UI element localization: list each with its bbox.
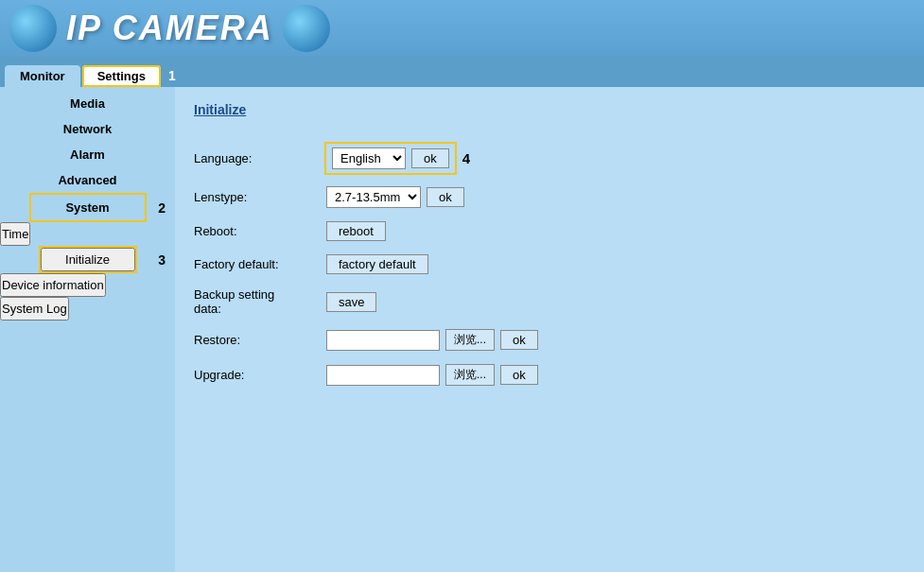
upgrade-ok-button[interactable]: ok — [500, 365, 538, 385]
sidebar-item-media[interactable]: Media — [0, 91, 175, 116]
factory-default-label: Factory default: — [194, 257, 326, 271]
sidebar-item-alarm[interactable]: Alarm — [0, 142, 175, 167]
restore-file-input[interactable] — [326, 330, 440, 351]
main-layout: Media Network Alarm Advanced System 2 Ti… — [0, 87, 924, 572]
nav-number-1: 1 — [163, 68, 182, 87]
sidebar-sub-initialize[interactable]: Initialize — [41, 248, 135, 271]
sidebar-item-system[interactable]: System — [31, 195, 145, 220]
sidebar-number-3: 3 — [158, 252, 166, 268]
upgrade-row: Upgrade: 浏览... ok — [194, 364, 905, 386]
backup-setting-row: Backup setting data: save — [194, 287, 905, 316]
restore-browse-button[interactable]: 浏览... — [445, 329, 495, 351]
annotation-4: 4 — [462, 150, 470, 166]
lenstype-label: Lenstype: — [194, 190, 326, 204]
sidebar-item-advanced[interactable]: Advanced — [0, 167, 175, 193]
upgrade-browse-button[interactable]: 浏览... — [445, 364, 495, 386]
language-box: English Chinese ok — [326, 144, 455, 173]
language-ok-button[interactable]: ok — [411, 148, 449, 168]
globe-right-icon — [283, 5, 330, 52]
reboot-button[interactable]: reboot — [326, 221, 386, 241]
sidebar-system-group: System 2 — [0, 193, 175, 222]
sidebar-initialize-group: Initialize 3 — [0, 246, 175, 273]
sidebar-sub-device-information[interactable]: Device information — [0, 273, 106, 297]
tab-settings[interactable]: Settings — [82, 65, 161, 87]
sidebar-number-2: 2 — [158, 200, 166, 216]
restore-ok-button[interactable]: ok — [500, 330, 538, 350]
sidebar-sub-system-log[interactable]: System Log — [0, 297, 69, 321]
section-title: Initialize — [194, 102, 246, 117]
lenstype-row: Lenstype: 2.7-13.5mm 3.5-8mm 4mm ok — [194, 186, 905, 208]
language-label: Language: — [194, 151, 326, 165]
lenstype-select[interactable]: 2.7-13.5mm 3.5-8mm 4mm — [326, 186, 421, 208]
restore-label: Restore: — [194, 333, 326, 347]
tab-monitor[interactable]: Monitor — [5, 65, 80, 87]
reboot-row: Reboot: reboot — [194, 221, 905, 241]
factory-default-button[interactable]: factory default — [326, 254, 428, 274]
restore-controls: 浏览... ok — [326, 329, 538, 351]
language-select[interactable]: English Chinese — [332, 147, 406, 169]
reboot-label: Reboot: — [194, 224, 326, 238]
navbar: Monitor Settings 1 — [0, 57, 924, 87]
sidebar-sub-time[interactable]: Time — [0, 222, 30, 246]
content-area: Initialize Language: English Chinese ok … — [175, 87, 924, 572]
lenstype-controls: 2.7-13.5mm 3.5-8mm 4mm ok — [326, 186, 464, 208]
upgrade-controls: 浏览... ok — [326, 364, 538, 386]
backup-save-button[interactable]: save — [326, 292, 376, 312]
lenstype-ok-button[interactable]: ok — [427, 187, 464, 207]
app-title: IP CAMERA — [66, 9, 273, 48]
language-row: Language: English Chinese ok 4 — [194, 144, 905, 173]
factory-default-row: Factory default: factory default — [194, 254, 905, 274]
upgrade-file-input[interactable] — [326, 365, 440, 386]
sidebar-item-network[interactable]: Network — [0, 116, 175, 142]
backup-setting-label: Backup setting data: — [194, 287, 326, 316]
upgrade-label: Upgrade: — [194, 368, 326, 382]
sidebar: Media Network Alarm Advanced System 2 Ti… — [0, 87, 175, 572]
globe-left-icon — [9, 5, 57, 52]
restore-row: Restore: 浏览... ok — [194, 329, 905, 351]
header: IP CAMERA — [0, 0, 924, 57]
